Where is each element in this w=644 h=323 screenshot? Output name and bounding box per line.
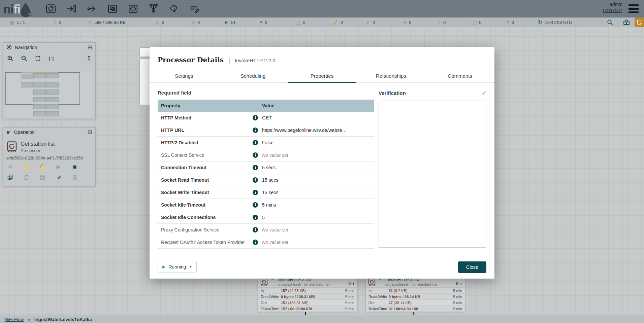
- hand-icon: ☛: [6, 130, 11, 135]
- minimap-node: [21, 82, 33, 87]
- tab-settings[interactable]: Settings: [150, 69, 219, 82]
- go-up-level-button[interactable]: ↥: [87, 55, 91, 62]
- minimap-node: [46, 82, 59, 87]
- info-icon[interactable]: i: [253, 240, 258, 245]
- collapse-icon[interactable]: ⊟: [88, 45, 92, 50]
- table-row: Socket Idle Connectionsi5: [158, 211, 374, 224]
- global-menu-icon[interactable]: [629, 4, 639, 13]
- tab-comments[interactable]: Comments: [425, 69, 494, 82]
- tab-properties[interactable]: Properties: [288, 69, 357, 82]
- toolbox-icon: [623, 19, 630, 26]
- locally-modified-icon: ✳: [403, 20, 407, 25]
- table-row: Proxy Configuration ServiceiNo value set: [158, 224, 374, 236]
- zoom-in-button[interactable]: [7, 55, 13, 62]
- zoom-fit-button[interactable]: [35, 55, 41, 62]
- chevron-down-icon: ▼: [189, 265, 192, 268]
- paste-button[interactable]: [23, 174, 30, 181]
- minimap-node: [46, 97, 59, 102]
- refresh-icon[interactable]: ↻: [538, 19, 542, 25]
- label-component-icon[interactable]: [188, 2, 201, 15]
- selected-component-name: Get station list: [21, 141, 55, 147]
- status-transmitting: ◎0: [156, 17, 164, 27]
- processor-stamp-icon: [6, 141, 17, 154]
- status-threads: ⠿2: [53, 17, 61, 27]
- component-toolbar: [44, 2, 201, 15]
- run-state-dropdown[interactable]: ▶ Running ▼: [158, 261, 197, 273]
- stat-row: Out27 (38.14 KB)5 min: [366, 299, 465, 306]
- stop-button[interactable]: ■: [71, 163, 78, 170]
- info-icon[interactable]: i: [253, 202, 258, 208]
- delete-button[interactable]: [71, 174, 78, 181]
- search-button[interactable]: [602, 17, 618, 27]
- minimap-node: [33, 73, 46, 78]
- dialog-subtitle: InvokeHTTP 2.2.0: [235, 58, 276, 63]
- operation-panel-title: Operation: [14, 130, 84, 135]
- disabled-icon: ⚡: [333, 20, 338, 25]
- operation-panel: ☛ Operation ⊟ Get station list Processor…: [3, 127, 96, 186]
- start-button[interactable]: ▶: [55, 163, 62, 170]
- stat-row: Tasks/Time157 / 00:05:00.6785 min: [258, 306, 357, 312]
- process-group-component-icon[interactable]: [106, 2, 119, 15]
- sync-failure-icon: !: [472, 20, 477, 25]
- minimap[interactable]: [5, 71, 93, 117]
- flow-analysis-notification-button[interactable]: [635, 17, 644, 27]
- tab-scheduling[interactable]: Scheduling: [219, 69, 288, 82]
- configure-button[interactable]: ⚙: [6, 163, 14, 170]
- tab-relationships[interactable]: Relationships: [356, 69, 425, 82]
- processor-bundle: org.apache.nifi - nifi-standard-nar: [385, 282, 438, 286]
- dialog-tabs: Settings Scheduling Properties Relations…: [150, 69, 494, 83]
- properties-table[interactable]: Property Value HTTP MethodiGET HTTP URLi…: [158, 100, 374, 251]
- info-icon[interactable]: i: [253, 128, 258, 133]
- info-icon[interactable]: i: [253, 215, 258, 220]
- search-icon: [607, 19, 613, 25]
- collapse-icon[interactable]: ⊟: [88, 130, 92, 135]
- bolt-slash-icon: ⚡: [39, 164, 46, 170]
- breadcrumb-separator: »: [28, 317, 30, 322]
- current-user: admin: [603, 2, 622, 7]
- processor-tile[interactable]: ⚑ InvokeHTTP 2.2.0 org.apache.nifi - nif…: [365, 276, 465, 312]
- copy-button[interactable]: [6, 174, 14, 181]
- bulletin-board-button[interactable]: [618, 17, 635, 27]
- output-port-component-icon[interactable]: [86, 2, 98, 15]
- group-button[interactable]: [39, 174, 46, 181]
- zoom-out-button[interactable]: [21, 55, 27, 62]
- close-button[interactable]: Close: [458, 261, 486, 273]
- zoom-actual-button[interactable]: |:|: [49, 56, 54, 61]
- info-icon[interactable]: i: [253, 177, 258, 183]
- threads-icon: ⠿: [53, 20, 57, 25]
- remote-process-group-component-icon[interactable]: [127, 2, 139, 15]
- processor-component-icon[interactable]: [44, 2, 57, 15]
- input-port-component-icon[interactable]: [65, 2, 78, 15]
- trash-icon: [72, 174, 77, 180]
- funnel-component-icon[interactable]: [147, 2, 160, 15]
- selected-component-type: Processor: [21, 148, 40, 153]
- color-button[interactable]: ✎: [55, 174, 62, 181]
- table-row: Connection Timeouti5 secs: [158, 162, 374, 174]
- stat-row: Tasks/Time31 / 00:04:30.1885 min: [366, 306, 465, 312]
- unknown-version-icon: ?: [507, 20, 509, 25]
- last-refresh: ↻ 16:42:03 UTC: [538, 17, 572, 27]
- processor-tile[interactable]: ⚑ InvokeHTTP 2.2.0 org.apache.nifi - nif…: [258, 276, 357, 312]
- grid-icon: ⠿: [348, 282, 351, 286]
- table-row: iNo value set: [158, 249, 374, 251]
- stat-row: In31 (8.2 KB)5 min: [366, 287, 465, 293]
- info-icon[interactable]: i: [253, 165, 258, 170]
- status-up-to-date: ✔0: [366, 17, 375, 27]
- minimap-node: [46, 111, 59, 116]
- status-sync-failure: !0: [472, 17, 481, 27]
- info-icon[interactable]: i: [253, 115, 258, 120]
- info-icon[interactable]: i: [253, 227, 258, 232]
- logout-link[interactable]: LOG OUT: [603, 8, 622, 13]
- info-icon[interactable]: i: [253, 190, 258, 195]
- table-row: Request OAuth2 Access Token ProvideriNo …: [158, 236, 374, 249]
- info-icon[interactable]: i: [253, 140, 258, 145]
- disable-button[interactable]: ⚡: [39, 163, 46, 170]
- enable-button[interactable]: ⚡: [23, 163, 30, 170]
- verify-check-icon[interactable]: ✔: [482, 90, 486, 96]
- stat-row: Read/Write0 bytes / 38.14 KB5 min: [366, 293, 465, 299]
- minimap-node: [33, 89, 46, 95]
- processor-details-dialog: Processor Details | InvokeHTTP 2.2.0 Set…: [150, 47, 494, 279]
- breadcrumb-root-link[interactable]: NiFi Flow: [5, 317, 24, 322]
- info-icon[interactable]: i: [253, 152, 258, 158]
- template-component-icon[interactable]: [168, 2, 181, 15]
